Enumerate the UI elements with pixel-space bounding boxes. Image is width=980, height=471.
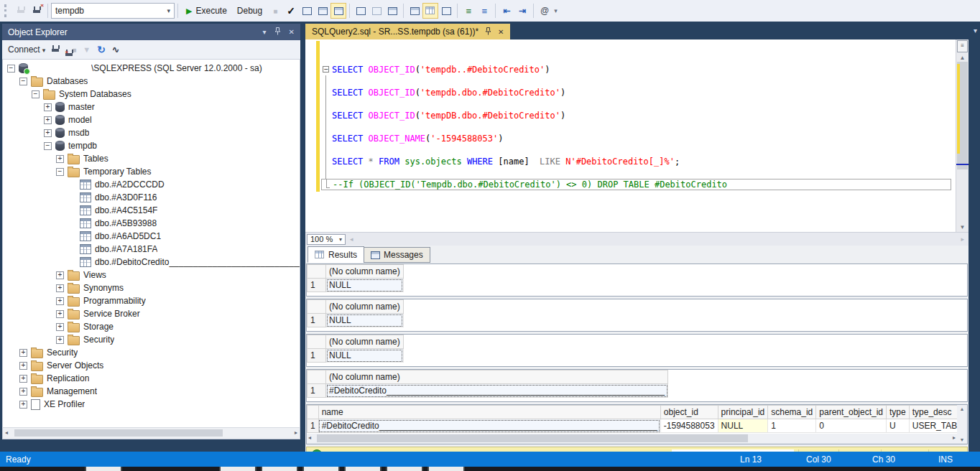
tree-item[interactable]: −\SQLEXPRESS (SQL Server 12.0.2000 - sa) <box>3 62 300 75</box>
tree-item[interactable]: dbo.#A6AD5DC1 <box>3 230 300 243</box>
taskbar-button[interactable] <box>219 467 256 471</box>
indent-icon[interactable]: ⇥ <box>514 3 530 19</box>
grid-corner[interactable] <box>308 265 326 279</box>
expand-toggle[interactable]: − <box>7 65 15 73</box>
grid-cell[interactable]: #DebitoCredito__________________________… <box>326 384 668 398</box>
grid-column-header[interactable]: type <box>887 406 910 419</box>
connect-icon[interactable] <box>13 3 29 19</box>
editor-vscrollbar[interactable]: ≡ ▲ ▼ <box>956 39 969 232</box>
grid-column-header[interactable]: parent_object_id <box>816 406 887 419</box>
connect-menu-button[interactable]: Connect▾ <box>8 45 45 55</box>
code-line[interactable] <box>321 167 956 179</box>
grid-cell[interactable]: 0 <box>816 419 887 433</box>
code-line[interactable]: SELECT OBJECT_ID('tempDB.dbo.#DebitoCred… <box>321 110 956 121</box>
comment-icon[interactable]: ≡ <box>461 3 476 19</box>
activity-monitor-icon[interactable]: ∿ <box>112 45 119 55</box>
taskbar-button[interactable] <box>302 467 340 471</box>
scroll-right-icon[interactable]: ▸ <box>953 434 956 441</box>
grid-column-header[interactable]: (No column name) <box>326 300 404 314</box>
change-connection-icon[interactable]: × <box>29 3 45 19</box>
window-position-icon[interactable]: ▾ <box>263 28 267 36</box>
code-line[interactable] <box>321 41 956 52</box>
tree-item[interactable]: −System Databases <box>3 88 300 101</box>
tree-item[interactable]: +Service Broker <box>3 307 300 320</box>
query-options-icon[interactable] <box>315 3 330 19</box>
pin-icon[interactable] <box>485 27 491 37</box>
code-line[interactable] <box>321 52 956 64</box>
scrollbar-thumb[interactable] <box>317 434 748 442</box>
execute-button[interactable]: ▶ Execute <box>181 2 232 19</box>
pin-icon[interactable] <box>274 27 281 37</box>
tree-item[interactable]: +Storage <box>3 320 300 333</box>
collapse-minus-icon[interactable] <box>321 64 332 75</box>
grid-corner[interactable] <box>308 370 326 384</box>
scroll-left-icon[interactable]: ◂ <box>346 236 358 243</box>
code-line[interactable]: SELECT OBJECT_NAME('-1594588053') <box>321 133 956 144</box>
splitter-handle[interactable]: ≡ <box>957 40 968 52</box>
sqlcmd-mode-icon[interactable] <box>299 3 315 19</box>
stop-button[interactable]: ■ <box>267 3 283 19</box>
tree-item[interactable]: +XE Profiler <box>3 398 300 411</box>
grid-vscrollbar[interactable]: ▲▼ <box>957 405 967 444</box>
tree-item[interactable]: dbo.#A4C5154F <box>3 204 300 217</box>
include-client-stats-icon[interactable] <box>384 3 400 19</box>
tree-item[interactable]: dbo.#DebitoCredito______________________… <box>3 256 300 269</box>
specify-template-values-icon[interactable]: @ <box>537 3 553 19</box>
code-line[interactable]: SELECT OBJECT_ID('tempdb..#DebitoCredito… <box>321 64 956 75</box>
results-to-file-icon[interactable] <box>438 3 454 19</box>
tree-item[interactable]: +Replication <box>3 372 300 385</box>
code-line[interactable] <box>321 75 956 87</box>
expand-toggle[interactable]: + <box>56 271 64 279</box>
grid-cell[interactable]: NULL <box>718 419 768 433</box>
tree-item[interactable]: +master <box>3 101 300 113</box>
grid-column-header[interactable]: (No column name) <box>326 335 404 349</box>
grid-column-header[interactable]: schema_id <box>768 406 816 419</box>
tree-item[interactable]: −tempdb <box>3 139 300 152</box>
expand-toggle[interactable]: + <box>56 284 64 292</box>
zoom-combo[interactable]: 100 % ▾ <box>307 234 346 245</box>
expand-toggle[interactable]: + <box>44 129 52 137</box>
grid-cell[interactable]: 1 <box>768 419 816 433</box>
chevron-down-icon[interactable]: ▾ <box>167 7 170 14</box>
code-line[interactable] <box>321 144 956 156</box>
include-live-stats-icon[interactable] <box>369 3 384 19</box>
expand-toggle[interactable]: + <box>44 103 52 111</box>
scroll-right-icon[interactable]: ▸ <box>956 236 969 243</box>
tree-item[interactable]: +Server Objects <box>3 359 300 372</box>
grid-hscrollbar[interactable]: ◂▸ <box>307 434 957 444</box>
tree-item[interactable]: dbo.#A3D0F116 <box>3 191 300 204</box>
grid-column-header[interactable]: name <box>318 406 660 419</box>
uncomment-icon[interactable]: ≡ <box>476 3 492 19</box>
tree-item[interactable]: +model <box>3 113 300 126</box>
expand-toggle[interactable]: + <box>56 310 64 318</box>
grid-column-header[interactable]: principal_id <box>718 406 768 419</box>
code-line[interactable] <box>321 98 956 110</box>
outdent-icon[interactable]: ⇤ <box>499 3 514 19</box>
row-number[interactable]: 1 <box>308 419 319 433</box>
scroll-left-icon[interactable]: ◂ <box>308 434 311 441</box>
results-to-grid-icon[interactable] <box>422 3 438 19</box>
expand-toggle[interactable]: + <box>19 401 27 409</box>
tab-results[interactable]: Results <box>308 246 364 263</box>
scroll-down-icon[interactable]: ▼ <box>960 437 965 442</box>
toolbar-grip[interactable] <box>4 4 10 17</box>
grid-cell[interactable]: NULL <box>326 314 404 327</box>
tree-item[interactable]: +msdb <box>3 126 300 139</box>
display-estimated-plan-icon[interactable] <box>353 3 369 19</box>
code-line[interactable]: SELECT * FROM sys.objects WHERE [name] L… <box>321 156 956 167</box>
expand-toggle[interactable]: + <box>19 362 27 370</box>
grid-corner[interactable] <box>308 335 326 349</box>
tree-item[interactable]: +Programmability <box>3 294 300 307</box>
expand-toggle[interactable]: + <box>19 349 27 357</box>
grid-column-header[interactable]: (No column name) <box>326 265 404 279</box>
expand-toggle[interactable]: − <box>56 168 64 176</box>
tree-item[interactable]: +Management <box>3 385 300 398</box>
code-area[interactable]: SELECT OBJECT_ID('tempdb..#DebitoCredito… <box>305 39 956 232</box>
close-icon[interactable]: ✕ <box>289 28 295 36</box>
scroll-left-icon[interactable]: ◂ <box>5 429 8 437</box>
scroll-up-icon[interactable]: ▲ <box>960 406 965 411</box>
code-line[interactable]: SELECT OBJECT_ID('tempdb.dbo.#DebitoCred… <box>321 87 956 98</box>
results-to-text-icon[interactable] <box>407 3 422 19</box>
taskbar-button[interactable] <box>386 467 423 471</box>
scrollbar-track[interactable] <box>956 62 969 222</box>
